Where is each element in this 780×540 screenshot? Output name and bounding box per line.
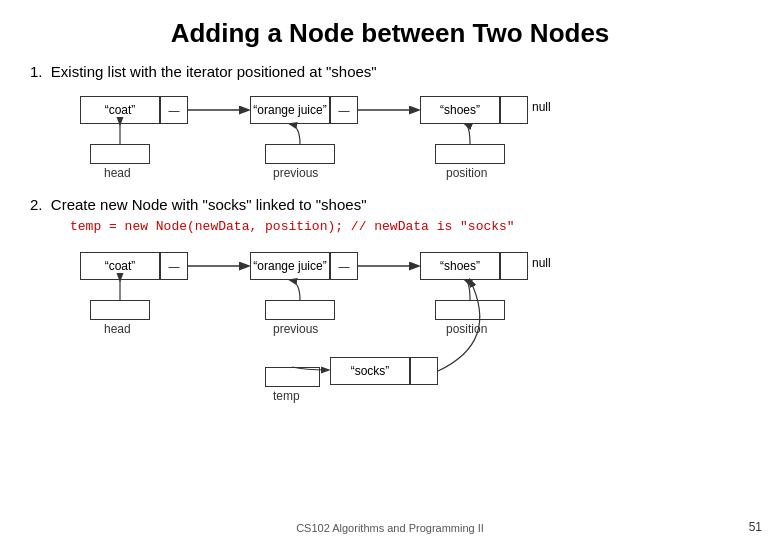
node-shoes-2: “shoes” — [420, 252, 500, 280]
node-socks-2: “socks” — [330, 357, 410, 385]
node-coat-1: “coat” — [80, 96, 160, 124]
section1: 1. Existing list with the iterator posit… — [30, 63, 750, 186]
slide: Adding a Node between Two Nodes 1. Exist… — [0, 0, 780, 540]
node-shoes-ptr-2 — [500, 252, 528, 280]
page-number: 51 — [749, 520, 762, 534]
node-oj-ptr-2: — — [330, 252, 358, 280]
label-temp-2: temp — [273, 389, 300, 403]
label-pos-1: position — [446, 166, 487, 180]
node-oj-2: “orange juice” — [250, 252, 330, 280]
section2: 2. Create new Node with "socks" linked t… — [30, 196, 750, 402]
code-line: temp = new Node(newData, position); // n… — [70, 219, 750, 234]
diagram1: “coat” — “orange juice” — “shoes” null h… — [80, 86, 750, 186]
label-pos-2: position — [446, 322, 487, 336]
node-coat-2: “coat” — [80, 252, 160, 280]
ref-pos-box-2 — [435, 300, 505, 320]
node-coat-ptr-2: — — [160, 252, 188, 280]
label-prev-2: previous — [273, 322, 318, 336]
ref-prev-box-1 — [265, 144, 335, 164]
label-head-2: head — [104, 322, 131, 336]
node-shoes-1: “shoes” — [420, 96, 500, 124]
section2-label: 2. — [30, 196, 47, 213]
footer-text: CS102 Algorithms and Programming II — [296, 522, 484, 534]
label-prev-1: previous — [273, 166, 318, 180]
ref-pos-box-1 — [435, 144, 505, 164]
node-oj-ptr-1: — — [330, 96, 358, 124]
ref-head-box-2 — [90, 300, 150, 320]
ref-temp-box-2 — [265, 367, 320, 387]
footer: CS102 Algorithms and Programming II — [0, 522, 780, 534]
null-label-1: null — [532, 100, 551, 114]
section1-label: 1. — [30, 63, 47, 80]
ref-head-box-1 — [90, 144, 150, 164]
node-socks-ptr-2 — [410, 357, 438, 385]
label-head-1: head — [104, 166, 131, 180]
section1-title: 1. Existing list with the iterator posit… — [30, 63, 750, 80]
slide-title: Adding a Node between Two Nodes — [30, 18, 750, 49]
section1-description: Existing list with the iterator position… — [51, 63, 377, 80]
node-shoes-ptr-1 — [500, 96, 528, 124]
ref-prev-box-2 — [265, 300, 335, 320]
node-coat-ptr-1: — — [160, 96, 188, 124]
section2-title: 2. Create new Node with "socks" linked t… — [30, 196, 750, 213]
section2-description: Create new Node with "socks" linked to "… — [51, 196, 367, 213]
diagram2: “coat” — “orange juice” — “shoes” null h… — [80, 242, 750, 402]
node-oj-1: “orange juice” — [250, 96, 330, 124]
null-label-2: null — [532, 256, 551, 270]
